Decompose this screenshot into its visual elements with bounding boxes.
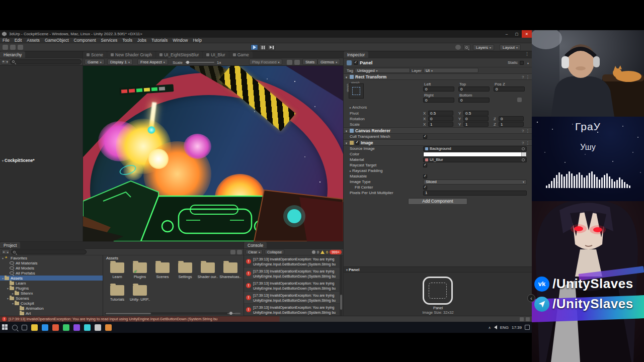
language-indicator[interactable]: ENG — [500, 325, 509, 330]
raycast-target-checkbox[interactable] — [423, 163, 427, 167]
collapse-button[interactable]: Collapse — [265, 249, 284, 254]
foldout-icon[interactable] — [346, 140, 348, 145]
asset-folder[interactable]: Learn — [106, 261, 128, 284]
view-tab[interactable]: Scene — [83, 51, 107, 58]
horizontal-scrollbar[interactable] — [105, 312, 235, 315]
top-field[interactable]: 0 — [458, 86, 490, 92]
project-tree-item[interactable]: ▾ Assets — [0, 276, 103, 281]
account-icon[interactable] — [3, 45, 8, 50]
view-tab[interactable]: UI_EightStepsBlur — [156, 51, 202, 58]
rotation-z-field[interactable]: 0 — [499, 116, 524, 121]
image-type-dropdown[interactable]: Sliced — [423, 179, 527, 185]
layers-dropdown[interactable]: Layers — [473, 44, 494, 50]
image-component-header[interactable]: Image — [344, 139, 532, 146]
layout-dropdown[interactable]: Layout — [500, 44, 521, 50]
status-bar[interactable]: [17:39:13] InvalidOperationException: Yo… — [0, 316, 532, 322]
undo-history-icon[interactable] — [455, 45, 461, 50]
stats-button[interactable]: Stats — [302, 59, 317, 65]
help-icon[interactable] — [522, 128, 524, 133]
project-tree-item[interactable]: ▾ Scenes — [0, 296, 103, 301]
scale-y-field[interactable]: 1 — [463, 122, 489, 127]
progress-icon[interactable] — [520, 317, 524, 321]
maximize-button[interactable] — [512, 30, 522, 38]
search-button[interactable] — [463, 44, 470, 50]
posz-field[interactable]: 0 — [494, 86, 525, 92]
menu-item[interactable]: File — [0, 38, 12, 43]
anchors-foldout[interactable]: Anchors — [350, 105, 367, 110]
rotation-x-field[interactable]: 0 — [428, 116, 453, 121]
task-view-icon[interactable] — [22, 325, 27, 330]
game-dropdown[interactable]: Game — [85, 59, 105, 65]
menu-item[interactable]: Component — [71, 38, 99, 43]
create-button[interactable] — [2, 249, 10, 254]
asset-folder[interactable]: Scenes — [151, 261, 174, 284]
console-log-entry[interactable]: [17:39:13] InvalidOperationException: Yo… — [244, 292, 340, 304]
taskbar-app-icon[interactable] — [84, 324, 91, 331]
play-button[interactable] — [251, 44, 258, 50]
preview-header[interactable]: Panel — [344, 266, 532, 273]
menu-item[interactable]: Tools — [120, 38, 135, 43]
project-tree-item[interactable]: Learn — [0, 281, 103, 286]
menu-item[interactable]: Jobs — [135, 38, 149, 43]
project-tree-item[interactable]: ▾ Favorites — [0, 255, 103, 260]
hidden-packages-icon[interactable] — [230, 250, 235, 254]
game-view[interactable] — [83, 66, 343, 241]
play-focused-dropdown[interactable]: Play Focused — [249, 59, 282, 65]
info-count-icon[interactable] — [312, 250, 315, 254]
console-toggle-icon[interactable] — [526, 317, 530, 321]
warning-count-icon[interactable] — [320, 250, 325, 254]
component-menu-icon[interactable] — [526, 140, 530, 145]
console-log-entry[interactable]: [17:39:13] InvalidOperationException: Yo… — [244, 304, 340, 316]
vsync-icon[interactable] — [294, 60, 300, 65]
fill-center-checkbox[interactable] — [423, 186, 427, 190]
menu-item[interactable]: Help — [190, 38, 204, 43]
anchor-preset[interactable]: stretch stretch — [349, 83, 364, 99]
canvas-renderer-header[interactable]: Canvas Renderer — [344, 127, 532, 134]
step-button[interactable] — [268, 44, 275, 50]
active-checkbox[interactable] — [354, 61, 358, 65]
hierarchy-search-input[interactable] — [10, 59, 82, 64]
asset-folder[interactable]: Shader our.. — [197, 261, 219, 284]
cull-transparent-mesh-checkbox[interactable] — [423, 135, 427, 139]
foldout-icon[interactable] — [346, 74, 348, 79]
tab-hierarchy[interactable]: Hierarchy — [0, 51, 25, 58]
menu-item[interactable]: Tutorials — [149, 38, 170, 43]
inspector-menu-icon[interactable] — [525, 51, 529, 56]
maskable-checkbox[interactable] — [423, 174, 427, 178]
start-button[interactable] — [2, 324, 8, 330]
expand-arrow-icon[interactable]: ▾ — [6, 297, 10, 300]
pixels-per-unit-field[interactable]: 1 — [423, 191, 527, 196]
aspect-dropdown[interactable]: Free Aspect — [137, 59, 168, 65]
rect-transform-header[interactable]: Rect Transform — [344, 73, 532, 80]
console-log-entry[interactable]: [17:39:13] InvalidOperationException: Yo… — [244, 280, 340, 292]
create-button[interactable] — [1, 59, 9, 64]
add-component-button[interactable]: Add Component — [408, 198, 467, 205]
taskbar-app-icon[interactable] — [95, 324, 101, 331]
static-dropdown-icon[interactable] — [526, 60, 529, 65]
clock[interactable]: 17:39 — [512, 325, 522, 330]
component-menu-icon[interactable] — [526, 128, 530, 133]
overlay-back-arrow[interactable] — [527, 294, 535, 302]
project-tree-item[interactable]: Art — [0, 311, 103, 316]
object-picker-icon[interactable] — [522, 147, 525, 150]
project-tree-item[interactable]: ▾ Cockpit — [0, 301, 103, 306]
project-tree-item[interactable]: Animation — [0, 306, 103, 311]
component-menu-icon[interactable] — [526, 74, 530, 79]
asset-folder[interactable]: Settings — [174, 261, 196, 284]
scale-slider[interactable] — [185, 62, 214, 63]
thumbnail-size-slider[interactable] — [227, 313, 240, 314]
asset-folder[interactable]: Unity- URP.. — [129, 284, 151, 307]
asset-folder[interactable]: Sharewloas.. — [219, 261, 242, 284]
left-field[interactable]: 0 — [423, 86, 454, 92]
asset-folder[interactable]: Plugins — [129, 261, 151, 284]
tab-project[interactable]: Project — [0, 242, 20, 248]
view-tab[interactable]: UI_Blur — [203, 51, 228, 58]
expand-arrow-icon[interactable]: ▸ — [11, 292, 15, 295]
display-dropdown[interactable]: Display 1 — [107, 59, 133, 65]
menu-item[interactable]: GameObject — [42, 38, 71, 43]
gizmos-dropdown[interactable]: Gizmos — [317, 59, 340, 65]
taskbar-search-icon[interactable] — [12, 325, 18, 330]
help-icon[interactable] — [522, 140, 524, 145]
component-enabled-checkbox[interactable] — [355, 141, 359, 145]
pivot-y-field[interactable]: 0.5 — [463, 111, 489, 116]
